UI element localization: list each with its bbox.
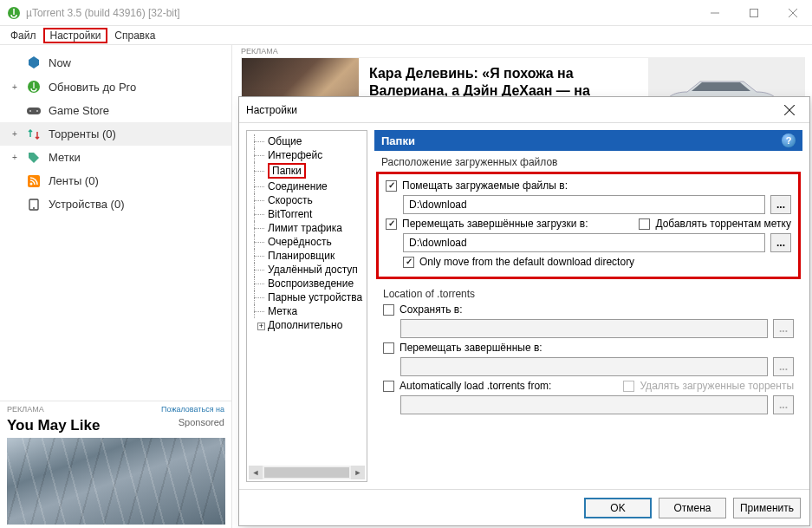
browse-button-move-completed[interactable]: ... xyxy=(770,233,791,252)
group-torrent-location: Location of .torrents xyxy=(383,283,794,302)
menu-help[interactable]: Справка xyxy=(107,28,162,43)
group-download-location: Расположение загруженных файлов xyxy=(374,151,802,170)
sidebar-item-label: Game Store xyxy=(49,104,223,117)
tree-item-general[interactable]: Общие xyxy=(249,134,365,148)
checkbox-delete-loaded xyxy=(623,381,634,392)
sidebar-item-label: Обновить до Pro xyxy=(49,81,223,94)
tree-item-interface[interactable]: Интерфейс xyxy=(249,148,365,162)
svg-rect-7 xyxy=(27,108,41,114)
title-bar: µTorrent 3.5 (build 43916) [32-bit] xyxy=(0,0,812,26)
ad-image[interactable] xyxy=(7,438,225,525)
maximize-button[interactable] xyxy=(734,0,773,26)
tree-item-bittorrent[interactable]: BitTorrent xyxy=(249,207,365,221)
sidebar-item-devices[interactable]: Устройства (0) xyxy=(0,192,231,216)
sidebar-item-label: Торренты (0) xyxy=(49,127,223,140)
menu-bar: Файл Настройки Справка xyxy=(0,26,812,45)
svg-rect-2 xyxy=(750,9,757,16)
checkbox-move-completed-torrents[interactable] xyxy=(383,342,394,354)
tag-icon xyxy=(26,152,42,164)
tree-item-label[interactable]: Метка xyxy=(249,304,365,318)
expand-toggle[interactable]: + xyxy=(10,82,19,92)
tree-item-scheduler[interactable]: Планировщик xyxy=(249,249,365,263)
sidebar-item-label: Устройства (0) xyxy=(49,198,223,211)
dialog-titlebar[interactable]: Настройки xyxy=(239,97,809,123)
updown-arrows-icon xyxy=(26,128,42,140)
input-move-completed-path[interactable] xyxy=(403,233,765,252)
input-autoload-path xyxy=(400,395,768,414)
ad-complain-link[interactable]: Пожаловаться на xyxy=(161,405,224,414)
svg-point-11 xyxy=(30,182,33,185)
label-delete-loaded: Удалять загруженные торренты xyxy=(640,380,794,392)
menu-file[interactable]: Файл xyxy=(3,28,43,43)
expand-toggle[interactable]: + xyxy=(10,153,19,162)
sidebar-item-label: Now xyxy=(49,56,223,69)
sidebar-item-label: Ленты (0) xyxy=(49,174,223,187)
sidebar-item-now[interactable]: Now xyxy=(0,50,231,75)
sidebar-item-labels[interactable]: + Метки xyxy=(0,146,231,169)
sidebar-item-feeds[interactable]: Ленты (0) xyxy=(0,169,231,192)
settings-tree[interactable]: Общие Интерфейс Папки Соединение Скорост… xyxy=(246,130,367,482)
browse-button-put-new[interactable]: ... xyxy=(770,195,791,214)
input-store-torrents-path xyxy=(400,319,768,338)
label-autoload-torrents: Automatically load .torrents from: xyxy=(400,380,551,392)
tree-item-queue[interactable]: Очерёдность xyxy=(249,235,365,249)
app-logo-icon xyxy=(7,6,21,20)
expand-toggle[interactable]: + xyxy=(10,129,19,139)
checkbox-append-label[interactable] xyxy=(639,218,650,230)
label-only-move-default: Only move from the default download dire… xyxy=(419,256,634,268)
minimize-button[interactable] xyxy=(695,0,734,26)
scroll-right-icon[interactable]: ► xyxy=(351,466,365,479)
close-button[interactable] xyxy=(773,0,812,26)
tree-item-connection[interactable]: Соединение xyxy=(249,179,365,193)
sidebar-ad: РЕКЛАМА Пожаловаться на You May Like Spo… xyxy=(0,401,231,528)
menu-settings[interactable]: Настройки xyxy=(43,28,108,43)
ad-reklama-label: РЕКЛАМА xyxy=(7,405,44,414)
tree-item-remote[interactable]: Удалённый доступ xyxy=(249,263,365,277)
tree-item-advanced[interactable]: +Дополнительно xyxy=(249,318,365,332)
checkbox-store-torrents[interactable] xyxy=(383,304,394,316)
checkbox-move-completed[interactable] xyxy=(386,218,397,230)
sidebar-item-gamestore[interactable]: Game Store xyxy=(0,99,231,122)
sidebar-item-torrents[interactable]: + Торренты (0) xyxy=(0,122,231,146)
checkbox-autoload-torrents[interactable] xyxy=(383,381,394,392)
tree-horizontal-scrollbar[interactable]: ◄ ► xyxy=(249,466,365,479)
ok-button[interactable]: OK xyxy=(584,498,652,518)
ad-title: You May Like xyxy=(7,417,100,433)
tree-item-traffic[interactable]: Лимит трафика xyxy=(249,221,365,235)
gamepad-icon xyxy=(26,106,42,116)
banner-reklama-label: РЕКЛАМА xyxy=(241,47,278,55)
utorrent-logo-icon xyxy=(26,80,42,94)
tree-item-folders[interactable]: Папки xyxy=(249,162,365,179)
browse-button-move-completed-torrents[interactable]: ... xyxy=(773,357,794,376)
rss-icon xyxy=(26,175,42,187)
label-put-new-downloads: Помещать загружаемые файлы в: xyxy=(402,179,568,192)
dialog-title: Настройки xyxy=(246,104,776,116)
label-move-completed-torrents: Перемещать завершённые в: xyxy=(400,342,542,354)
section-header: Папки ? xyxy=(374,130,802,151)
svg-marker-5 xyxy=(29,56,39,68)
input-move-completed-torrents-path xyxy=(400,357,768,376)
tree-item-devices[interactable]: Парные устройства xyxy=(249,290,365,304)
checkbox-put-new-downloads[interactable] xyxy=(386,180,397,192)
expand-box-icon[interactable]: + xyxy=(257,323,265,330)
apply-button[interactable]: Применить xyxy=(733,498,801,518)
input-put-new-path[interactable] xyxy=(403,195,765,214)
settings-dialog: Настройки Общие Интерфейс Папки Соединен… xyxy=(238,96,810,526)
label-move-completed: Перемещать завершённые загрузки в: xyxy=(402,218,588,230)
browse-button-store-torrents[interactable]: ... xyxy=(773,319,794,338)
scroll-thumb[interactable] xyxy=(264,467,349,478)
dialog-close-button[interactable] xyxy=(776,97,802,123)
help-icon[interactable]: ? xyxy=(782,134,796,147)
settings-panel: Папки ? Расположение загруженных файлов … xyxy=(374,130,802,482)
scroll-left-icon[interactable]: ◄ xyxy=(249,466,263,479)
tree-item-speed[interactable]: Скорость xyxy=(249,193,365,207)
hexagon-icon xyxy=(26,55,42,69)
cancel-button[interactable]: Отмена xyxy=(659,498,726,518)
sidebar-item-upgrade[interactable]: + Обновить до Pro xyxy=(0,75,231,99)
tree-item-playback[interactable]: Воспроизведение xyxy=(249,277,365,290)
checkbox-only-move-default[interactable] xyxy=(403,257,414,268)
svg-point-13 xyxy=(33,207,35,209)
ad-sponsored-label: Sponsored xyxy=(179,417,224,427)
browse-button-autoload[interactable]: ... xyxy=(773,395,794,414)
svg-point-8 xyxy=(29,110,31,112)
